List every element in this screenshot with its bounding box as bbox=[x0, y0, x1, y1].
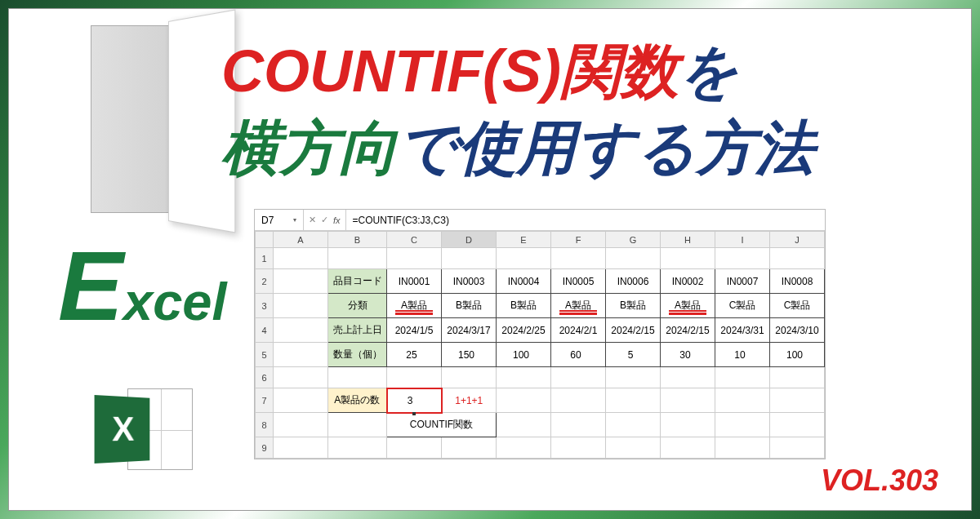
cell[interactable] bbox=[442, 248, 497, 269]
cell-qty-2[interactable]: 100 bbox=[497, 343, 551, 367]
col-header-i[interactable]: I bbox=[715, 232, 770, 248]
cell[interactable] bbox=[661, 248, 715, 269]
cell[interactable] bbox=[606, 248, 661, 269]
cell[interactable] bbox=[715, 388, 770, 413]
cell[interactable] bbox=[274, 413, 328, 437]
cell[interactable] bbox=[442, 367, 497, 388]
cell-cat-7[interactable]: C製品 bbox=[770, 294, 825, 318]
cell[interactable] bbox=[551, 413, 606, 437]
row-header-6[interactable]: 6 bbox=[256, 367, 274, 388]
cell[interactable] bbox=[715, 413, 770, 437]
label-category[interactable]: 分類 bbox=[328, 294, 387, 318]
cell-date-2[interactable]: 2024/2/25 bbox=[497, 318, 551, 343]
label-quantity[interactable]: 数量（個） bbox=[328, 343, 387, 367]
cell[interactable] bbox=[551, 367, 606, 388]
cell-qty-6[interactable]: 10 bbox=[715, 343, 770, 367]
cell-a-count-result[interactable]: 3 bbox=[387, 388, 442, 413]
cell[interactable] bbox=[274, 437, 328, 459]
row-header-5[interactable]: 5 bbox=[256, 343, 274, 367]
cell-item-7[interactable]: IN0008 bbox=[770, 269, 825, 294]
cell-date-4[interactable]: 2024/2/15 bbox=[606, 318, 661, 343]
cell-cat-2[interactable]: B製品 bbox=[497, 294, 551, 318]
cell-cat-0[interactable]: A製品 bbox=[387, 294, 442, 318]
cell[interactable] bbox=[497, 437, 551, 459]
col-header-c[interactable]: C bbox=[387, 232, 442, 248]
cell-date-7[interactable]: 2024/3/10 bbox=[770, 318, 825, 343]
cell-item-5[interactable]: IN0002 bbox=[661, 269, 715, 294]
label-a-count[interactable]: A製品の数 bbox=[328, 388, 387, 413]
cell[interactable] bbox=[274, 388, 328, 413]
row-header-3[interactable]: 3 bbox=[256, 294, 274, 318]
cell[interactable] bbox=[770, 248, 825, 269]
cell-date-3[interactable]: 2024/2/1 bbox=[551, 318, 606, 343]
col-header-g[interactable]: G bbox=[606, 232, 661, 248]
cell-cat-3[interactable]: A製品 bbox=[551, 294, 606, 318]
cell[interactable] bbox=[328, 367, 387, 388]
col-header-h[interactable]: H bbox=[661, 232, 715, 248]
cell[interactable] bbox=[606, 367, 661, 388]
col-header-f[interactable]: F bbox=[551, 232, 606, 248]
cell-item-3[interactable]: IN0005 bbox=[551, 269, 606, 294]
cell[interactable] bbox=[274, 269, 328, 294]
cell[interactable] bbox=[274, 343, 328, 367]
cell[interactable] bbox=[770, 388, 825, 413]
cell[interactable] bbox=[661, 437, 715, 459]
row-header-4[interactable]: 4 bbox=[256, 318, 274, 343]
cell[interactable] bbox=[551, 388, 606, 413]
cell[interactable] bbox=[715, 437, 770, 459]
cell[interactable] bbox=[770, 413, 825, 437]
cell-qty-0[interactable]: 25 bbox=[387, 343, 442, 367]
cell[interactable] bbox=[274, 367, 328, 388]
col-header-d[interactable]: D bbox=[442, 232, 497, 248]
confirm-icon[interactable]: ✓ bbox=[321, 215, 328, 225]
cell-item-2[interactable]: IN0004 bbox=[497, 269, 551, 294]
row-header-8[interactable]: 8 bbox=[256, 413, 274, 437]
cell[interactable] bbox=[551, 248, 606, 269]
cell[interactable] bbox=[328, 248, 387, 269]
col-header-a[interactable]: A bbox=[274, 232, 328, 248]
cell-item-6[interactable]: IN0007 bbox=[715, 269, 770, 294]
cell-qty-1[interactable]: 150 bbox=[442, 343, 497, 367]
cell[interactable] bbox=[328, 437, 387, 459]
cell[interactable] bbox=[497, 388, 551, 413]
cell[interactable] bbox=[497, 367, 551, 388]
cell[interactable] bbox=[497, 248, 551, 269]
cell[interactable] bbox=[770, 437, 825, 459]
cell-cat-5[interactable]: A製品 bbox=[661, 294, 715, 318]
cell[interactable] bbox=[661, 413, 715, 437]
cell-date-5[interactable]: 2024/2/15 bbox=[661, 318, 715, 343]
worksheet-grid[interactable]: A B C D E F G H I J 1 bbox=[255, 231, 825, 459]
select-all-corner[interactable] bbox=[256, 232, 274, 248]
cell-item-0[interactable]: IN0001 bbox=[387, 269, 442, 294]
cell[interactable] bbox=[387, 367, 442, 388]
cell[interactable] bbox=[661, 388, 715, 413]
cell[interactable] bbox=[551, 437, 606, 459]
row-header-1[interactable]: 1 bbox=[256, 248, 274, 269]
cell-item-4[interactable]: IN0006 bbox=[606, 269, 661, 294]
cell-date-1[interactable]: 2024/3/17 bbox=[442, 318, 497, 343]
cell[interactable] bbox=[661, 367, 715, 388]
cell-qty-5[interactable]: 30 bbox=[661, 343, 715, 367]
cell-date-6[interactable]: 2024/3/31 bbox=[715, 318, 770, 343]
cell[interactable] bbox=[274, 318, 328, 343]
cell[interactable] bbox=[606, 437, 661, 459]
cell[interactable] bbox=[715, 367, 770, 388]
row-header-2[interactable]: 2 bbox=[256, 269, 274, 294]
cell[interactable] bbox=[770, 367, 825, 388]
cell-qty-7[interactable]: 100 bbox=[770, 343, 825, 367]
col-header-b[interactable]: B bbox=[328, 232, 387, 248]
cell[interactable] bbox=[606, 413, 661, 437]
cell[interactable] bbox=[497, 413, 551, 437]
cell-qty-3[interactable]: 60 bbox=[551, 343, 606, 367]
col-header-e[interactable]: E bbox=[497, 232, 551, 248]
cell-date-0[interactable]: 2024/1/5 bbox=[387, 318, 442, 343]
fx-icon[interactable]: fx bbox=[333, 215, 341, 225]
label-item-code[interactable]: 品目コード bbox=[328, 269, 387, 294]
row-header-9[interactable]: 9 bbox=[256, 437, 274, 459]
formula-input[interactable]: =COUNTIF(C3:J3,C3) bbox=[346, 215, 825, 226]
cell-qty-4[interactable]: 5 bbox=[606, 343, 661, 367]
label-sales-date[interactable]: 売上計上日 bbox=[328, 318, 387, 343]
cell-item-1[interactable]: IN0003 bbox=[442, 269, 497, 294]
cell[interactable] bbox=[274, 248, 328, 269]
cell-cat-6[interactable]: C製品 bbox=[715, 294, 770, 318]
